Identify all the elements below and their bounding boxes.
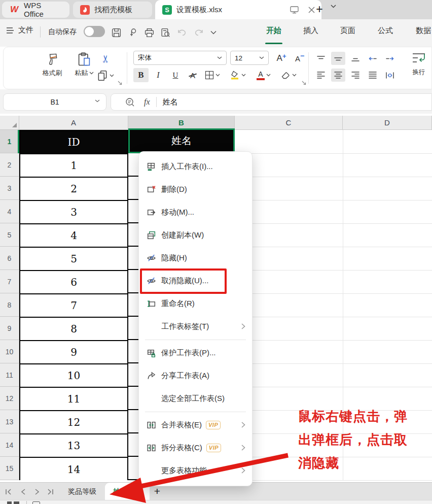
align-middle-icon[interactable] (331, 52, 345, 65)
cell-a9[interactable]: 8 (20, 318, 127, 341)
cell-a5[interactable]: 4 (20, 224, 127, 248)
font-name-select[interactable]: 宋体 (133, 51, 227, 65)
ribbon-tab-2[interactable]: 页面 (337, 26, 359, 36)
decrease-indent-icon[interactable] (366, 52, 380, 65)
menu-item-14[interactable]: 拆分表格(C)VIP (139, 436, 252, 459)
column-header-B[interactable]: B (128, 116, 235, 130)
cell-a8[interactable]: 7 (20, 294, 127, 318)
new-tab-button[interactable]: + (312, 2, 327, 16)
font-dialog-launcher-icon[interactable] (302, 81, 307, 86)
undo-button[interactable] (175, 26, 189, 39)
menu-item-13[interactable]: 合并表格(E)VIP (139, 414, 252, 436)
save-button[interactable] (110, 26, 123, 39)
cell-a14[interactable]: 13 (20, 434, 127, 458)
column-header-C[interactable]: C (235, 116, 343, 130)
row-header-11[interactable]: 11 (0, 363, 19, 387)
align-right-icon[interactable] (348, 69, 363, 82)
window-tab-home[interactable]: W WPS Office (2, 2, 69, 18)
ribbon-tab-1[interactable]: 插入 (300, 26, 322, 36)
menu-item-3[interactable]: 创建副本(W) (139, 224, 252, 247)
window-tab-docer[interactable]: 找稻壳模板 (73, 2, 152, 18)
cell-a4[interactable]: 3 (20, 201, 127, 224)
align-center-icon[interactable] (331, 69, 345, 82)
row-header-6[interactable]: 6 (0, 247, 19, 270)
menu-item-11[interactable]: 选定全部工作表(S) (139, 387, 252, 410)
add-sheet-button[interactable]: + (151, 485, 163, 497)
row-header-4[interactable]: 4 (0, 200, 19, 223)
row-header-8[interactable]: 8 (0, 293, 19, 317)
align-top-icon[interactable] (314, 52, 328, 65)
cell-a15[interactable]: 14 (20, 458, 127, 481)
ribbon-tab-0[interactable]: 开始 (263, 26, 285, 36)
copy-button[interactable] (97, 68, 120, 83)
select-all-corner[interactable] (0, 116, 19, 130)
tab-list-chevron-icon[interactable] (331, 5, 336, 8)
menu-item-4[interactable]: 隐藏(H) (139, 247, 252, 270)
selected-cell-b1[interactable]: 姓名 (128, 128, 235, 153)
italic-button[interactable]: I (151, 68, 166, 82)
export-pdf-button[interactable] (126, 26, 139, 39)
cell-a10[interactable]: 9 (20, 341, 127, 364)
menu-item-10[interactable]: 分享工作表(A) (139, 364, 252, 387)
prev-sheet-button[interactable] (18, 487, 27, 496)
menu-item-2[interactable]: 移动(M)... (139, 201, 252, 224)
row-header-5[interactable]: 5 (0, 223, 19, 247)
cell-a6[interactable]: 5 (20, 248, 127, 271)
increase-font-button[interactable]: A+ (273, 51, 290, 65)
borders-button[interactable] (202, 68, 223, 82)
row-header-9[interactable]: 9 (0, 317, 19, 340)
menu-item-7[interactable]: 工作表标签(T) (139, 315, 252, 338)
cell-a12[interactable]: 11 (20, 388, 127, 411)
row-header-1[interactable]: 1 (0, 130, 19, 153)
cell-a13[interactable]: 12 (20, 411, 127, 434)
row-header-2[interactable]: 2 (0, 153, 19, 177)
cell-a1-id-header[interactable]: ID (20, 131, 127, 154)
print-preview-button[interactable] (159, 26, 172, 39)
next-sheet-button[interactable] (32, 487, 42, 496)
print-button[interactable] (142, 26, 156, 39)
eraser-button[interactable] (277, 68, 300, 82)
cut-button[interactable]: ✂ (98, 52, 113, 66)
increase-indent-icon[interactable] (383, 52, 397, 65)
row-header-15[interactable]: 15 (0, 457, 19, 480)
decrease-font-button[interactable]: A− (292, 51, 308, 65)
bold-button[interactable]: B (133, 68, 149, 82)
justify-icon[interactable] (366, 69, 380, 82)
cell-a2[interactable]: 1 (20, 154, 127, 178)
file-menu-button[interactable]: 文件 (6, 25, 33, 35)
align-bottom-icon[interactable] (348, 52, 363, 65)
font-size-select[interactable]: 12 (230, 51, 269, 65)
wrap-text-button[interactable]: 换行 (405, 51, 432, 85)
cell-a7[interactable]: 6 (20, 271, 127, 294)
menu-item-1[interactable]: 删除(D) (139, 178, 252, 201)
menu-item-5[interactable]: 取消隐藏(U)... (139, 270, 252, 292)
autosave-toggle[interactable] (84, 26, 105, 37)
qat-more-chevron-icon[interactable] (207, 26, 220, 39)
redo-button[interactable] (192, 26, 205, 39)
row-header-10[interactable]: 10 (0, 340, 19, 363)
menu-item-0[interactable]: 插入工作表(I)... (139, 155, 252, 178)
menu-item-15[interactable]: 更多表格功能 (139, 459, 252, 482)
fx-icon[interactable]: fx (144, 97, 150, 107)
window-tab-document[interactable]: S 设置模板.xlsx (155, 0, 321, 19)
font-color-button[interactable]: A (253, 68, 274, 82)
first-sheet-button[interactable] (4, 487, 13, 496)
formula-bar[interactable]: fx 姓名 (111, 93, 432, 111)
row-header-14[interactable]: 14 (0, 433, 19, 457)
column-header-A[interactable]: A (19, 116, 128, 130)
cell-a3[interactable]: 2 (20, 178, 127, 201)
fill-color-button[interactable] (227, 68, 249, 82)
name-box[interactable]: B1 (3, 93, 106, 111)
sheet-tab-prizes[interactable]: 奖品等级 (57, 483, 107, 500)
strikethrough-button[interactable]: A (185, 68, 200, 82)
cell-a11[interactable]: 10 (20, 364, 127, 388)
underline-button[interactable]: U (168, 68, 183, 82)
row-header-12[interactable]: 12 (0, 387, 19, 410)
align-left-icon[interactable] (314, 69, 328, 82)
enter-workspace-icon[interactable] (289, 5, 299, 15)
last-sheet-button[interactable] (46, 487, 55, 496)
zoom-to-cell-icon[interactable] (125, 97, 135, 107)
paste-button[interactable]: 粘贴 (69, 52, 99, 78)
clipboard-dialog-launcher-icon[interactable] (118, 81, 123, 86)
text-direction-icon[interactable] (383, 69, 397, 82)
